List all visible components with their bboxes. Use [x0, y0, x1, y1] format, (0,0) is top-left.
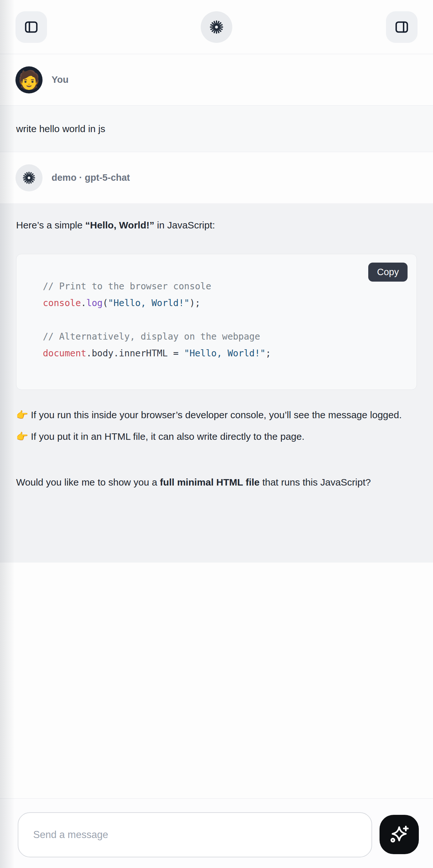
copy-button[interactable]: Copy [368, 262, 407, 282]
panel-left-icon [24, 20, 39, 34]
assistant-author-row: demo · gpt-5-chat [0, 152, 433, 203]
assistant-intro-text: Here’s a simple “Hello, World!” in JavaS… [16, 214, 417, 236]
user-avatar: 🧑 [16, 66, 42, 93]
code-content: // Print to the browser consoleconsole.l… [43, 278, 404, 362]
user-author-label: You [52, 74, 69, 85]
sparkle-icon [389, 824, 410, 845]
message-input[interactable] [18, 812, 372, 857]
assistant-author-label: demo · gpt-5-chat [52, 173, 130, 183]
assistant-tips-text: 👉 If you run this inside your browser’s … [16, 404, 417, 447]
assistant-message: Here’s a simple “Hello, World!” in JavaS… [0, 203, 433, 563]
top-bar [0, 0, 433, 54]
sidebar-toggle-button[interactable] [16, 11, 47, 43]
starburst-icon [209, 19, 224, 35]
send-button[interactable] [379, 815, 419, 854]
user-avatar-emoji: 🧑 [18, 71, 40, 89]
starburst-icon [22, 170, 36, 185]
right-panel-toggle-button[interactable] [386, 11, 417, 43]
message-composer [0, 798, 433, 868]
app-logo [201, 11, 232, 43]
assistant-closing-text: Would you like me to show you a full min… [16, 471, 417, 493]
assistant-avatar [16, 164, 42, 191]
user-author-row: 🧑 You [0, 54, 433, 105]
chat-app: 🧑 You write hello world in js de [0, 0, 433, 868]
code-block: Copy // Print to the browser consolecons… [16, 254, 417, 390]
user-message: write hello world in js [0, 105, 433, 152]
panel-right-icon [394, 20, 409, 34]
user-message-text: write hello world in js [16, 123, 105, 134]
